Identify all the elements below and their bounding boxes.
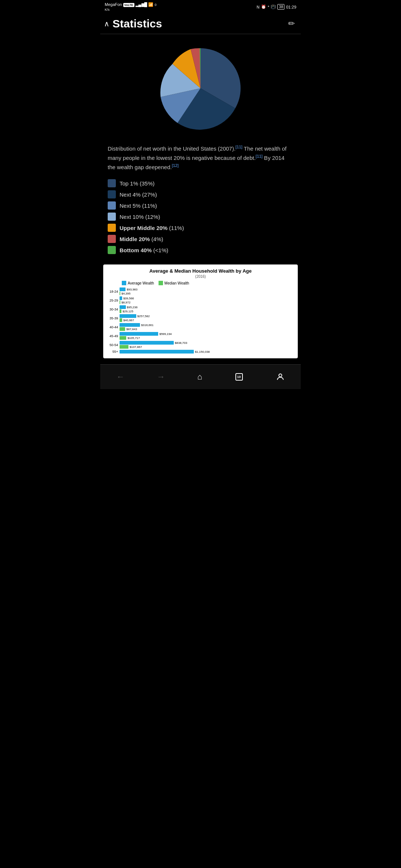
- legend-color-upper20: [108, 224, 116, 232]
- legend-bold-upper20: Upper Middle 20%: [120, 225, 167, 231]
- med-bar: [120, 292, 120, 295]
- avg-value: $599,194: [159, 332, 172, 336]
- legend-label-next10: Next 10% (12%): [120, 214, 160, 220]
- legend-item-middle20: Middle 20% (4%): [108, 235, 293, 243]
- med-value: $87,843: [126, 328, 137, 331]
- legend-label-middle20: Middle 20% (4%): [120, 236, 163, 242]
- bar-age-label: 30-34: [107, 308, 118, 311]
- med-value: $4,395: [121, 292, 130, 295]
- citation-12[interactable]: [12]: [172, 163, 179, 168]
- med-bar-wrap: $87,843: [120, 327, 294, 331]
- avg-bar: [120, 296, 122, 300]
- volte-badge: VoLTE: [123, 3, 134, 7]
- avg-bar-wrap: $39,566: [120, 296, 294, 300]
- time-display: 01:29: [286, 5, 296, 9]
- avg-bar: [120, 305, 126, 309]
- med-value: $29,125: [123, 310, 133, 313]
- avg-bar: [120, 323, 140, 327]
- bottom-navigation: ← → ⌂ 10: [100, 364, 301, 389]
- legend-bold-bottom40: Bottom 40%: [120, 247, 152, 253]
- med-bar-wrap: $4,395: [120, 292, 294, 295]
- bar-row: 18-24$93,983$4,395: [107, 287, 294, 295]
- avg-bar-wrap: $95,236: [120, 305, 294, 309]
- bar-group: $599,194$105,717: [120, 332, 294, 340]
- nfc-icon: N: [257, 5, 260, 9]
- legend-item-top1: Top 1% (35%): [108, 179, 293, 187]
- edit-icon[interactable]: ✏: [288, 19, 295, 29]
- carrier-name: MegaFon: [105, 2, 122, 7]
- bar-row: 25-29$39,566$8,972: [107, 296, 294, 304]
- bar-row: 30-34$95,236$29,125: [107, 305, 294, 313]
- battery-indicator: 38: [277, 4, 284, 10]
- bar-group: $257,582$40,667: [120, 314, 294, 322]
- avg-bar: [120, 287, 125, 291]
- avg-color: [122, 281, 126, 285]
- med-bar: [120, 318, 122, 322]
- header-divider: [100, 34, 301, 34]
- avg-bar: [120, 332, 158, 336]
- avg-bar-wrap: $257,582: [120, 314, 294, 318]
- collapse-icon[interactable]: ∧: [104, 19, 110, 28]
- tabs-button[interactable]: 10: [229, 369, 250, 384]
- med-bar: [120, 300, 120, 304]
- legend-label-next4: Next 4% (27%): [120, 191, 157, 198]
- header-left: ∧ Statistics: [104, 17, 162, 30]
- avg-bar-wrap: $93,983: [120, 287, 294, 291]
- bar-age-label: 50-54: [107, 343, 118, 347]
- legend-label-bottom40: Bottom 40% (<1%): [120, 247, 168, 253]
- legend-avg: Average Wealth: [122, 281, 154, 285]
- avg-bar-wrap: $1,150,038: [120, 350, 294, 354]
- pie-legend: Top 1% (35%) Next 4% (27%) Next 5% (11%)…: [100, 179, 301, 264]
- citation-11b[interactable]: [11]: [256, 154, 263, 158]
- account-button[interactable]: [270, 369, 291, 384]
- legend-item-next5: Next 5% (11%): [108, 201, 293, 210]
- legend-bold-middle20: Middle 20%: [120, 236, 150, 242]
- med-value: $137,867: [130, 345, 142, 349]
- desc-text1: Distribution of net worth in the United …: [108, 145, 235, 152]
- citation-11a[interactable]: [11]: [235, 145, 242, 149]
- avg-bar-wrap: $316,661: [120, 323, 294, 327]
- legend-color-next4: [108, 190, 116, 198]
- bar-age-label: 45-49: [107, 334, 118, 338]
- back-button[interactable]: ←: [110, 369, 130, 385]
- legend-item-upper20: Upper Middle 20% (11%): [108, 224, 293, 232]
- med-bar-wrap: $105,717: [120, 336, 294, 340]
- bar-chart-subtitle: (2016): [107, 274, 294, 279]
- med-bar-wrap: $8,972: [120, 300, 294, 304]
- tabs-count: 10: [237, 375, 241, 379]
- avg-bar: [120, 314, 136, 318]
- pie-chart: [156, 44, 245, 133]
- legend-label-top1: Top 1% (35%): [120, 180, 154, 187]
- bar-group: $1,150,038: [120, 350, 294, 354]
- home-button[interactable]: ⌂: [191, 369, 208, 385]
- legend-color-next5: [108, 201, 116, 210]
- page-header: ∧ Statistics ✏: [100, 14, 301, 34]
- avg-value: $316,661: [141, 323, 153, 327]
- bar-age-label: 55+: [107, 350, 118, 354]
- bar-chart-section: Average & Median Household Wealth by Age…: [103, 264, 298, 358]
- bar-rows: 18-24$93,983$4,39525-29$39,566$8,97230-3…: [107, 287, 294, 354]
- bar-group: $39,566$8,972: [120, 296, 294, 304]
- avg-bar: [120, 341, 174, 345]
- legend-med: Median Wealth: [159, 281, 189, 285]
- legend-label-upper20: Upper Middle 20% (11%): [120, 225, 184, 231]
- bar-group: $93,983$4,395: [120, 287, 294, 295]
- bar-chart-legend: Average Wealth Median Wealth: [107, 281, 294, 285]
- med-bar-wrap: $29,125: [120, 309, 294, 313]
- med-color: [159, 281, 163, 285]
- pie-chart-section: [100, 40, 301, 140]
- account-icon: [276, 372, 285, 381]
- bar-row: 50-54$838,703$137,867: [107, 341, 294, 349]
- page-title: Statistics: [113, 17, 162, 30]
- forward-button[interactable]: →: [151, 369, 171, 385]
- bar-row: 55+$1,150,038: [107, 350, 294, 354]
- bar-group: $95,236$29,125: [120, 305, 294, 313]
- med-bar-wrap: $137,867: [120, 345, 294, 349]
- wifi-icon: 📶: [148, 2, 153, 7]
- legend-label-next5: Next 5% (11%): [120, 203, 157, 209]
- bar-row: 40-44$316,661$87,843: [107, 323, 294, 331]
- alarm-icon: ⏰: [261, 4, 266, 9]
- signal-icon: ▂▄▆█: [136, 2, 149, 7]
- med-bar: [120, 309, 121, 313]
- status-right: N ⏰ * 📳 38 01:29: [257, 4, 296, 10]
